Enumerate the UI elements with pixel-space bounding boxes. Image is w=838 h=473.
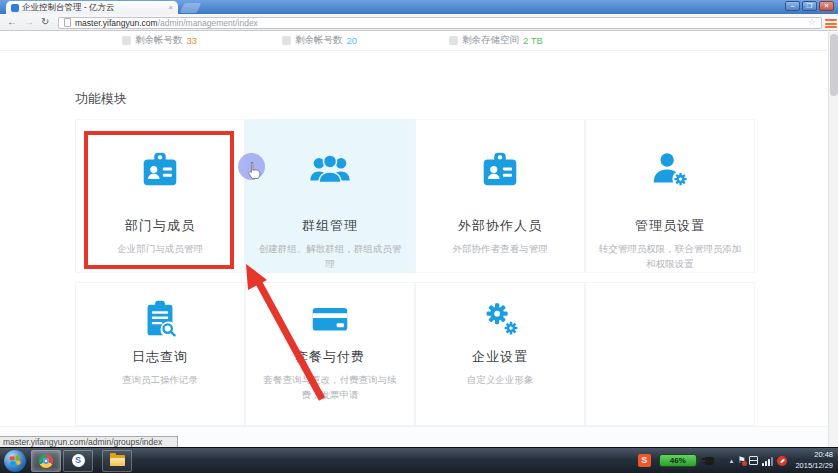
chrome-menu-icon[interactable] — [824, 18, 838, 29]
power-plug-icon — [705, 457, 714, 465]
module-desc: 查询员工操作记录 — [87, 373, 233, 388]
page-content: 剩余帐号数 33 剩余帐号数 20 剩余存储空间 2 TB 功能模块 — [0, 32, 838, 447]
forward-icon[interactable]: → — [24, 17, 34, 27]
credit-card-icon — [245, 296, 415, 342]
module-title: 外部协作人员 — [415, 217, 585, 235]
storage-stat-icon — [449, 36, 458, 45]
account-stat-icon — [282, 36, 291, 45]
module-title: 日志查询 — [75, 348, 245, 366]
stat-value: 33 — [187, 35, 198, 46]
module-desc: 转交管理员权限，联合管理员添加和权限设置 — [597, 242, 743, 271]
account-stat-icon — [122, 36, 131, 45]
url-domain: master.yifangyun.com — [75, 18, 158, 28]
sogou-input-icon[interactable]: S — [638, 454, 651, 467]
scrollbar-thumb[interactable] — [830, 34, 838, 96]
clock-time: 20:48 — [795, 450, 833, 460]
reload-icon[interactable]: ↻ — [41, 17, 49, 27]
clock-date: 2015/12/29 — [795, 461, 833, 471]
taskbar-sogou-button[interactable]: S — [63, 450, 93, 472]
admin-gear-icon — [585, 147, 755, 193]
bookmark-star-icon[interactable]: ☆ — [808, 18, 816, 27]
tab-close-icon[interactable]: × — [168, 4, 173, 12]
stat-remaining-accounts-1: 剩余帐号数 33 — [122, 34, 197, 47]
chrome-icon — [39, 454, 53, 468]
windows-taskbar: S S 46% ▴ ⚑ 20:48 2015/12/29 — [0, 447, 838, 473]
input-indicator-icon[interactable] — [749, 456, 758, 465]
module-card-group-management[interactable]: 群组管理 创建群组、解散群组，群组成员管理 — [245, 119, 415, 273]
action-center-flag-icon[interactable]: ⚑ — [737, 456, 745, 465]
hand-cursor-icon — [246, 161, 262, 179]
stat-label: 剩余帐号数 — [135, 34, 183, 47]
windows-logo-icon — [9, 455, 20, 465]
user-group-icon — [245, 147, 415, 193]
window-controls: – ❐ ✕ — [785, 1, 834, 11]
module-card-plans-payment[interactable]: 套餐与付费 套餐查询与更改，付费查询与续费，发票申请 — [245, 282, 415, 426]
module-card-enterprise-settings[interactable]: 企业设置 自定义企业形象 — [415, 282, 585, 426]
sogou-browser-icon: S — [72, 454, 85, 467]
browser-tab[interactable]: 企业控制台管理 - 亿方云 × — [6, 1, 178, 14]
folder-icon — [110, 455, 125, 466]
taskbar-chrome-button[interactable] — [31, 450, 61, 472]
module-card-admin-settings[interactable]: 管理员设置 转交管理员权限，联合管理员添加和权限设置 — [585, 119, 755, 273]
browser-titlebar: 企业控制台管理 - 亿方云 × – ❐ ✕ — [0, 0, 838, 14]
stats-row: 剩余帐号数 33 剩余帐号数 20 剩余存储空间 2 TB — [0, 32, 828, 51]
address-bar[interactable]: master.yifangyun.com/admin/management/in… — [58, 17, 822, 29]
hidden-icons-chevron-icon[interactable]: ▴ — [730, 457, 734, 465]
taskbar-clock[interactable]: 20:48 2015/12/29 — [795, 450, 833, 470]
module-desc: 创建群组、解散群组，群组成员管理 — [257, 242, 403, 271]
empty-grid-cell — [585, 282, 755, 426]
start-button[interactable] — [4, 450, 26, 472]
highlight-red-box — [84, 131, 234, 269]
taskbar-explorer-button[interactable] — [102, 450, 132, 472]
module-desc: 自定义企业形象 — [427, 373, 573, 388]
stat-value: 2 TB — [523, 35, 543, 46]
screen: 企业控制台管理 - 亿方云 × – ❐ ✕ ← → ↻ master.yifan… — [0, 0, 838, 473]
page-icon — [64, 18, 71, 27]
module-card-external-collaborators[interactable]: 外部协作人员 外部协作者查看与管理 — [415, 119, 585, 273]
module-desc: 外部协作者查看与管理 — [427, 242, 573, 257]
close-button[interactable]: ✕ — [819, 1, 834, 11]
site-favicon — [11, 4, 19, 12]
module-card-log-query[interactable]: 日志查询 查询员工操作记录 — [75, 282, 245, 426]
network-signal-icon[interactable] — [762, 456, 773, 466]
gears-icon — [415, 296, 585, 342]
back-icon[interactable]: ← — [7, 17, 17, 27]
log-search-icon — [75, 296, 245, 342]
stat-label: 剩余存储空间 — [462, 34, 519, 47]
id-badge-icon — [415, 147, 585, 193]
module-desc: 套餐查询与更改，付费查询与续费，发票申请 — [257, 373, 403, 402]
module-title: 企业设置 — [415, 348, 585, 366]
notification-alert-icon[interactable] — [777, 456, 787, 466]
url-path: /admin/management/index — [158, 18, 258, 28]
module-title: 管理员设置 — [585, 217, 755, 235]
scrollbar[interactable] — [828, 32, 838, 447]
section-title: 功能模块 — [75, 90, 127, 108]
stat-value: 20 — [347, 35, 358, 46]
url-text: master.yifangyun.com/admin/management/in… — [75, 18, 258, 28]
system-tray: S 46% ▴ ⚑ 20:48 2015/12/29 — [638, 450, 838, 470]
battery-indicator[interactable]: 46% — [659, 454, 697, 467]
stat-label: 剩余帐号数 — [295, 34, 343, 47]
minimize-button[interactable]: – — [785, 1, 800, 11]
new-tab-button[interactable] — [180, 3, 202, 13]
browser-toolbar: ← → ↻ master.yifangyun.com/admin/managem… — [0, 14, 838, 31]
stat-remaining-accounts-2: 剩余帐号数 20 — [282, 34, 357, 47]
tab-title: 企业控制台管理 - 亿方云 — [22, 2, 165, 14]
maximize-button[interactable]: ❐ — [802, 1, 817, 11]
module-title: 套餐与付费 — [245, 348, 415, 366]
stat-remaining-storage: 剩余存储空间 2 TB — [449, 34, 543, 47]
module-title: 群组管理 — [245, 217, 415, 235]
